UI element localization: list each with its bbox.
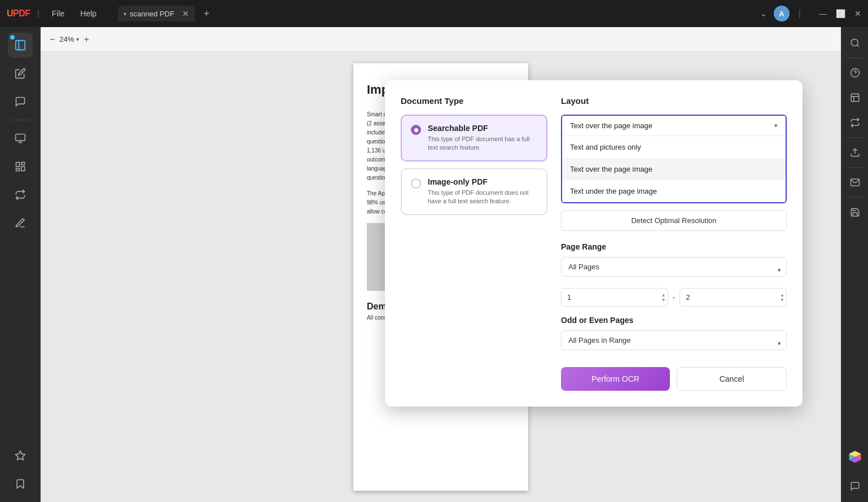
- svg-rect-5: [16, 163, 19, 167]
- content-area: − 24% ▾ + Improve Smart devices and inte…: [41, 27, 841, 502]
- page-range-inputs: ▲ ▼ - ▲ ▼: [561, 288, 787, 307]
- titlebar-right: ⌄ A | — ⬜ ✕: [760, 6, 861, 21]
- svg-rect-8: [16, 168, 19, 171]
- tab-close-btn[interactable]: ✕: [182, 9, 189, 18]
- toolbar: − 24% ▾ +: [41, 27, 841, 52]
- sidebar-icon-organize[interactable]: [8, 154, 33, 179]
- from-up-btn[interactable]: ▲: [661, 293, 666, 297]
- page-range-select[interactable]: All Pages Custom Range Current Page: [561, 257, 787, 277]
- zoom-in-btn[interactable]: +: [84, 34, 89, 45]
- avatar[interactable]: A: [774, 6, 790, 21]
- page-range-title: Page Range: [561, 242, 787, 251]
- searchable-pdf-label: Searchable PDF: [428, 124, 537, 133]
- svg-line-11: [857, 45, 858, 46]
- perform-ocr-btn[interactable]: Perform OCR: [561, 367, 670, 391]
- sidebar-icon-convert[interactable]: [8, 182, 33, 207]
- doc-type-title: Document Type: [401, 96, 547, 106]
- svg-rect-14: [851, 94, 859, 102]
- menu-file[interactable]: File: [46, 7, 71, 20]
- title-sep1: |: [37, 8, 40, 19]
- right-sep3: [847, 167, 863, 168]
- maximize-btn[interactable]: ⬜: [836, 9, 845, 18]
- svg-point-10: [851, 39, 858, 46]
- menu-help[interactable]: Help: [74, 7, 102, 20]
- expand-icon[interactable]: ⌄: [760, 9, 767, 18]
- colorful-logo-icon[interactable]: [845, 447, 865, 467]
- from-down-btn[interactable]: ▼: [661, 298, 666, 302]
- titlebar: UPDF | File Help ▾ scanned PDF ✕ + ⌄ A |…: [0, 0, 868, 27]
- sidebar-icon-view[interactable]: [8, 33, 33, 58]
- to-down-btn[interactable]: ▼: [780, 298, 784, 302]
- page-to-input[interactable]: [680, 288, 787, 307]
- logo-pdf: PDF: [13, 8, 30, 18]
- ocr-dialog: Document Type Searchable PDF This type o…: [385, 80, 803, 407]
- right-sep2: [847, 137, 863, 138]
- image-only-radio: [411, 178, 421, 189]
- searchable-pdf-option[interactable]: Searchable PDF This type of PDF document…: [401, 115, 547, 161]
- layout-dropdown-open[interactable]: Text over the page image ▾ Text and pict…: [561, 115, 787, 203]
- page-to-wrapper: ▲ ▼: [680, 288, 787, 307]
- detect-btn[interactable]: Detect Optimal Resolution: [561, 210, 787, 231]
- sidebar-icon-comment[interactable]: [8, 89, 33, 114]
- layout-dropdown-arrow: ▾: [774, 122, 778, 129]
- close-btn[interactable]: ✕: [854, 9, 861, 18]
- layout-option-2[interactable]: Text over the page image: [562, 158, 786, 180]
- sidebar-icon-pages[interactable]: [8, 126, 33, 151]
- image-only-pdf-label: Image-only PDF: [428, 177, 537, 186]
- zoom-dropdown-arrow[interactable]: ▾: [76, 36, 79, 42]
- right-export-icon[interactable]: [845, 142, 865, 163]
- odd-even-section: Odd or Even Pages All Pages in Range Odd…: [561, 316, 787, 356]
- tab-dropdown-arrow[interactable]: ▾: [124, 11, 126, 17]
- right-sep1: [847, 58, 863, 58]
- doc-type-section: Document Type Searchable PDF This type o…: [401, 96, 547, 391]
- svg-rect-7: [21, 167, 24, 171]
- logo-u: U: [7, 8, 13, 18]
- zoom-percent: 24%: [59, 35, 74, 43]
- sidebar-icon-edit[interactable]: [8, 61, 33, 86]
- right-sidebar: [841, 27, 868, 502]
- right-convert-icon[interactable]: [845, 112, 865, 133]
- zoom-control: − 24% ▾ +: [50, 34, 89, 45]
- layout-selected-row[interactable]: Text over the page image ▾: [562, 116, 786, 136]
- layout-title: Layout: [561, 96, 787, 106]
- zoom-out-btn[interactable]: −: [50, 34, 55, 45]
- right-help-icon[interactable]: [845, 63, 865, 83]
- image-only-pdf-desc: This type of PDF document does not have …: [428, 189, 537, 206]
- right-ocr-icon[interactable]: [845, 88, 865, 108]
- app-logo: UPDF: [7, 8, 30, 19]
- odd-even-title: Odd or Even Pages: [561, 316, 787, 325]
- right-mail-icon[interactable]: [845, 172, 865, 193]
- radio-inner: [414, 128, 418, 132]
- new-tab-btn[interactable]: +: [204, 8, 210, 20]
- odd-even-wrapper: All Pages in Range Odd Pages Only Even P…: [561, 330, 787, 356]
- odd-even-select[interactable]: All Pages in Range Odd Pages Only Even P…: [561, 330, 787, 350]
- to-up-btn[interactable]: ▲: [780, 293, 784, 297]
- searchable-radio: [411, 125, 421, 135]
- layout-section: Layout Text over the page image ▾ Text a…: [561, 96, 787, 391]
- right-search-icon[interactable]: [845, 33, 865, 53]
- sidebar-icon-bookmark[interactable]: [8, 472, 33, 496]
- cancel-btn[interactable]: Cancel: [677, 367, 787, 391]
- title-sep2: |: [799, 8, 801, 19]
- to-spinners: ▲ ▼: [780, 293, 784, 302]
- minimize-btn[interactable]: —: [819, 9, 827, 18]
- image-only-pdf-option[interactable]: Image-only PDF This type of PDF document…: [401, 168, 547, 215]
- sidebar-icon-ai[interactable]: [8, 443, 33, 468]
- searchable-pdf-content: Searchable PDF This type of PDF document…: [428, 124, 537, 152]
- tab-bar: ▾ scanned PDF ✕: [118, 6, 195, 21]
- sidebar-sep1: [10, 120, 30, 120]
- tab-title: scanned PDF: [130, 10, 174, 18]
- right-save-icon[interactable]: [845, 202, 865, 222]
- svg-rect-2: [15, 134, 25, 141]
- action-buttons: Perform OCR Cancel: [561, 367, 787, 391]
- sidebar-icon-sign[interactable]: [8, 211, 33, 235]
- right-chat-icon[interactable]: [845, 476, 865, 496]
- active-dot: [10, 35, 15, 40]
- page-from-wrapper: ▲ ▼: [561, 288, 668, 307]
- zoom-value: 24% ▾: [59, 35, 79, 43]
- layout-option-3[interactable]: Text under the page image: [562, 180, 786, 202]
- page-range-wrapper: All Pages Custom Range Current Page ▾: [561, 257, 787, 282]
- page-from-input[interactable]: [561, 288, 668, 307]
- image-only-pdf-content: Image-only PDF This type of PDF document…: [428, 177, 537, 206]
- layout-option-1[interactable]: Text and pictures only: [562, 136, 786, 158]
